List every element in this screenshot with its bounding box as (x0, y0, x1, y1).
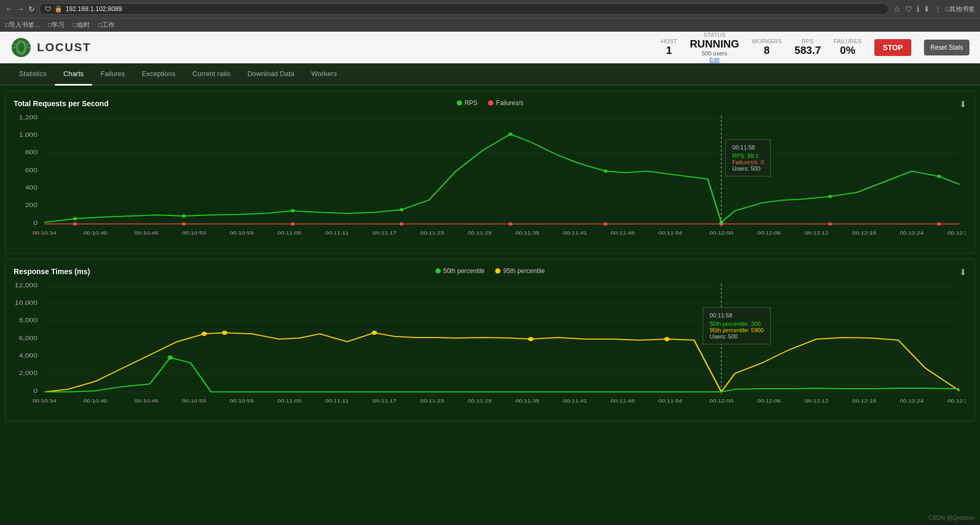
svg-text:00:12:06: 00:12:06 (757, 230, 781, 236)
rps-chart-panel: Total Requests per Second RPS Failures/s… (5, 91, 975, 254)
svg-text:00:11:54: 00:11:54 (658, 230, 682, 236)
host-stat: HOST 1 (661, 38, 677, 57)
response-download-icon[interactable]: ⬇ (959, 267, 966, 277)
status-value: RUNNING (690, 38, 739, 50)
tab-failures[interactable]: Failures (92, 63, 133, 86)
rps-legend-item: RPS (456, 99, 478, 107)
p95-legend-item: 95th percentile (496, 267, 545, 275)
svg-text:1,200: 1,200 (19, 114, 38, 120)
svg-text:1,000: 1,000 (19, 132, 38, 138)
tab-statistics[interactable]: Statistics (11, 63, 55, 86)
credit-text: CSDN @Qredsun (928, 514, 975, 521)
svg-text:00:10:59: 00:10:59 (230, 398, 254, 404)
svg-text:00:11:17: 00:11:17 (372, 398, 396, 404)
response-chart-area: 12,000 10,000 8,000 6,000 4,000 2,000 0 (14, 281, 966, 413)
browser-chrome: ← → ↻ 🛡 🔒 192.168.1.102:8089 ☆ 🛡 ℹ ⬇ ⋮ □… (0, 0, 980, 18)
bookmark-star-icon[interactable]: ☆ (893, 4, 901, 14)
svg-text:00:12:18: 00:12:18 (852, 230, 876, 236)
extension-icon-1: 🛡 (905, 5, 912, 13)
svg-text:00:10:40: 00:10:40 (83, 398, 107, 404)
svg-text:00:11:35: 00:11:35 (516, 230, 539, 236)
refresh-button[interactable]: ↻ (29, 5, 35, 13)
status-stat: STATUS RUNNING 500 users Edit (690, 32, 739, 63)
shield-icon: 🛡 (45, 5, 51, 13)
svg-text:00:10:46: 00:10:46 (135, 398, 158, 404)
rps-legend-dot (456, 100, 462, 106)
bookmark-study[interactable]: □学习 (48, 21, 64, 30)
back-button[interactable]: ← (5, 5, 13, 13)
reset-stats-button[interactable]: Reset Stats (924, 40, 969, 55)
svg-text:0: 0 (33, 220, 38, 226)
tab-download-data[interactable]: Download Data (239, 63, 303, 86)
svg-text:00:10:34: 00:10:34 (32, 230, 56, 236)
svg-text:00:11:23: 00:11:23 (421, 398, 444, 404)
footer-credit: CSDN @Qredsun (0, 512, 980, 523)
rps-chart-svg: 1,200 1,000 800 600 400 200 0 (14, 113, 966, 245)
svg-text:00:12:30: 00:12:30 (948, 230, 966, 236)
forward-button[interactable]: → (17, 5, 24, 13)
svg-point-31 (182, 214, 186, 218)
svg-text:00:10:46: 00:10:46 (135, 230, 158, 236)
svg-point-21 (73, 222, 77, 226)
bookmark-work[interactable]: □工作 (98, 21, 115, 30)
extension-icon-3: ⬇ (923, 5, 930, 13)
rps-stat: RPS 583.7 (795, 38, 821, 57)
svg-text:00:12:30: 00:12:30 (948, 398, 966, 404)
failures-label: FAILURES (834, 38, 862, 44)
bookmarks-bar: □导入书签... □学习 □临时 □工作 (0, 18, 980, 32)
url-text: 192.168.1.102:8089 (66, 5, 122, 13)
svg-text:800: 800 (25, 149, 38, 155)
response-chart-legend: 50th percentile 95th percentile (435, 267, 545, 275)
svg-text:8,000: 8,000 (19, 317, 38, 323)
response-chart-svg: 12,000 10,000 8,000 6,000 4,000 2,000 0 (14, 281, 966, 413)
more-options-icon[interactable]: ⋮ (934, 5, 941, 13)
svg-point-35 (604, 170, 608, 173)
svg-point-24 (399, 222, 404, 226)
svg-text:0: 0 (33, 388, 38, 394)
edit-link[interactable]: Edit (690, 57, 739, 63)
svg-text:00:11:48: 00:11:48 (611, 230, 634, 236)
tab-workers[interactable]: Workers (303, 63, 345, 86)
svg-text:00:11:41: 00:11:41 (563, 398, 587, 404)
svg-text:00:11:54: 00:11:54 (658, 398, 682, 404)
svg-text:00:12:24: 00:12:24 (900, 230, 923, 236)
rps-label: RPS (795, 38, 821, 44)
tab-charts[interactable]: Charts (55, 63, 92, 86)
tab-current-ratio[interactable]: Current ratio (184, 63, 239, 86)
locust-logo-icon (11, 37, 32, 58)
svg-point-75 (222, 331, 227, 335)
stop-button[interactable]: STOP (874, 39, 911, 56)
svg-text:12,000: 12,000 (15, 282, 38, 288)
svg-point-25 (508, 222, 512, 226)
p95-legend-label: 95th percentile (503, 267, 545, 275)
svg-text:00:12:12: 00:12:12 (805, 230, 828, 236)
svg-text:00:12:06: 00:12:06 (757, 398, 781, 404)
logo-area: LOCUST (11, 37, 661, 58)
extension-icon-2: ℹ (917, 5, 919, 13)
address-bar[interactable]: 🛡 🔒 192.168.1.102:8089 (39, 3, 889, 15)
bookmark-temp[interactable]: □临时 (73, 21, 90, 30)
rps-download-icon[interactable]: ⬇ (959, 99, 966, 109)
svg-text:00:11:11: 00:11:11 (325, 398, 349, 404)
svg-text:00:10:34: 00:10:34 (32, 398, 56, 404)
svg-text:600: 600 (25, 167, 38, 173)
svg-point-77 (528, 337, 534, 341)
svg-point-29 (937, 222, 941, 226)
svg-point-74 (201, 332, 207, 336)
other-bookmarks[interactable]: □其他书签 (946, 5, 975, 14)
svg-text:00:11:17: 00:11:17 (372, 230, 396, 236)
bookmark-import[interactable]: □导入书签... (5, 21, 40, 30)
rps-chart-area: 1,200 1,000 800 600 400 200 0 (14, 113, 966, 245)
svg-text:4,000: 4,000 (19, 352, 38, 359)
p50-legend-label: 50th percentile (443, 267, 485, 275)
svg-text:400: 400 (25, 184, 38, 191)
rps-chart-legend: RPS Failures/s (456, 99, 524, 107)
svg-point-2 (18, 43, 24, 52)
svg-text:00:12:18: 00:12:18 (852, 398, 876, 404)
tab-exceptions[interactable]: Exceptions (134, 63, 184, 86)
header-stats: HOST 1 STATUS RUNNING 500 users Edit WOR… (661, 32, 969, 63)
failures-stat: FAILURES 0% (834, 38, 862, 57)
p95-legend-dot (496, 268, 501, 274)
svg-text:00:10:59: 00:10:59 (230, 230, 254, 236)
status-sub: 500 users (690, 50, 739, 57)
